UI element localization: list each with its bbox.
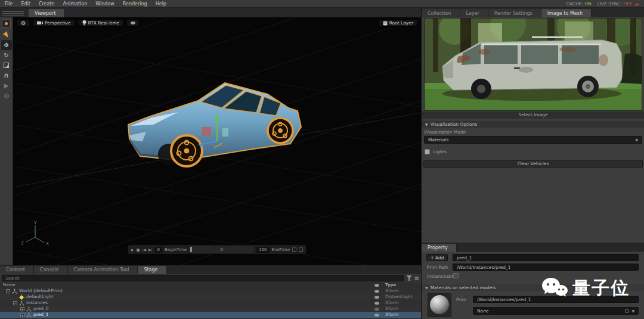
prev-frame-button[interactable]: |◀ [142,245,146,254]
tree-row-world[interactable]: − World (defaultPrim) Xform [0,288,421,294]
tab-console[interactable]: Console [34,266,68,274]
material-dropdown[interactable]: None ▼ [473,307,639,315]
viewport-3d[interactable]: ⚙ Perspective RTX Real-time Root L [13,17,421,265]
expand-icon[interactable]: + [20,313,24,317]
tab-camera-animation-tool[interactable]: Camera Animation Tool [68,266,138,274]
tab-property[interactable]: Property [422,244,457,252]
axis-x-label: X [46,241,49,246]
menu-window[interactable]: Window [95,1,114,7]
expand-icon[interactable]: + [20,307,24,311]
visibility-eye-icon[interactable] [374,290,379,293]
xform-icon [12,289,17,294]
reference-image[interactable] [424,18,642,111]
tree-row-pred1[interactable]: + pred_1 Xform [0,312,421,318]
type-column-header[interactable]: Type [385,283,396,288]
options-icon[interactable]: ≡ [414,275,419,281]
cache-status: CACHE: ON [566,1,591,7]
chevron-down-icon: ▼ [631,309,634,313]
menu-edit[interactable]: Edit [21,1,30,7]
tab-collection[interactable]: Collection [422,9,460,17]
stop-button[interactable]: ■ [137,245,140,254]
snap-tool-icon[interactable]: ∩ [1,70,12,80]
select-image-button[interactable]: Select Image [422,112,644,119]
playhead-marker[interactable] [190,247,192,252]
light-icon [19,295,24,300]
add-property-button[interactable]: + Add [426,254,448,261]
prim-path-field[interactable]: /World/Instances/pred_1 [453,264,639,271]
tree-row-defaultlight[interactable]: defaultLight DistantLight [0,294,421,300]
car-model[interactable] [112,78,302,179]
collapse-icon[interactable]: − [6,289,10,293]
material-preview[interactable] [428,293,451,317]
axis-orientation-gizmo: Y X Z [20,221,50,247]
menu-animation[interactable]: Animation [63,1,87,7]
root-layer-button[interactable]: Root Layer [379,19,417,27]
tab-render-settings[interactable]: Render Settings [488,9,541,17]
material-sphere-icon [430,295,449,314]
camera-perspective-button[interactable]: Perspective [33,19,75,27]
material-link-icon[interactable] [625,309,629,313]
menu-file[interactable]: File [5,1,13,7]
visualization-mode-label: Visualization Mode [424,129,466,135]
play-button[interactable]: ▶ [131,245,134,254]
visibility-eye-icon[interactable] [374,308,379,311]
visibility-eye-icon[interactable] [374,302,379,305]
search-input[interactable] [2,275,404,281]
tree-row-instances[interactable]: − Instances Xform [0,300,421,306]
menu-create[interactable]: Create [39,1,55,7]
viewport-tool-column: ↔↕ ↻ ∩ ▶ [0,17,13,265]
render-mode-button[interactable]: RTX Real-time [78,19,124,27]
current-frame-value: 0 [220,247,222,252]
tab-image-to-mesh[interactable]: Image to Mesh [541,9,592,17]
rotate-tool-icon[interactable]: ↻ [1,50,12,60]
tab-layer[interactable]: Layer [460,9,488,17]
tab-stage[interactable]: Stage [138,266,166,274]
stage-search-row: ≡ [0,274,421,283]
name-column-header[interactable]: Name [3,283,16,288]
tree-row-pred0[interactable]: + pred_0 Xform [0,306,421,312]
select-tool-icon[interactable] [1,30,12,40]
next-frame-button[interactable]: ▶| [148,245,153,254]
end-time-field[interactable]: 100 [256,247,269,253]
move-tool-icon[interactable]: ↔↕ [1,40,12,50]
tab-viewport[interactable]: Viewport [29,9,64,17]
right-panel-tabs: Collection Layer Render Settings Image t… [422,8,644,17]
physics-tool-icon[interactable] [1,91,12,101]
prim-name-field[interactable]: pred_1 [453,254,639,261]
visibility-button[interactable] [126,19,140,27]
scale-tool-icon[interactable] [1,60,12,70]
timeline-slider[interactable]: 0 [189,246,254,253]
menu-rendering[interactable]: Rendering [123,1,147,7]
live-sync-status[interactable]: LIVE SYNC: OFF [597,1,632,7]
play-tool-icon[interactable]: ▶ [1,80,12,91]
viewport-settings-button[interactable]: ⚙ [17,19,30,27]
visibility-column-icon[interactable] [374,284,379,287]
axis-z-label: Z [21,241,24,246]
clear-vehicles-button[interactable]: Clear Vehicles [423,160,643,168]
begin-time-field[interactable]: 0 [155,247,162,253]
chevron-down-icon: ▼ [425,122,428,126]
rear-wheel [268,118,293,143]
filter-icon[interactable] [407,275,412,281]
selection-mode-icon[interactable] [2,19,11,28]
timeline-option-icon[interactable] [292,247,296,252]
prim-name: defaultLight [26,294,53,300]
timeline-settings-icon[interactable] [299,247,303,252]
visibility-eye-icon[interactable] [374,314,379,317]
instanceable-checkbox[interactable] [453,273,459,278]
tab-content[interactable]: Content [0,266,34,274]
menu-help[interactable]: Help [156,1,166,7]
xform-icon [19,301,24,306]
visualization-options-header[interactable]: ▼Visualization Options [422,121,644,128]
visualization-mode-dropdown[interactable]: Materials ▼ [424,136,642,144]
xform-icon [26,306,32,312]
visibility-eye-icon[interactable] [374,296,379,299]
prim-type: Xform [385,312,399,318]
prim-label: Prim [456,297,466,302]
watermark-text: 量子位 [572,276,630,301]
collapse-icon[interactable]: − [13,301,17,305]
panel-grip[interactable] [0,9,26,17]
eye-icon [131,21,135,24]
lights-checkbox[interactable] [425,149,430,154]
gear-icon: ⚙ [21,20,26,26]
